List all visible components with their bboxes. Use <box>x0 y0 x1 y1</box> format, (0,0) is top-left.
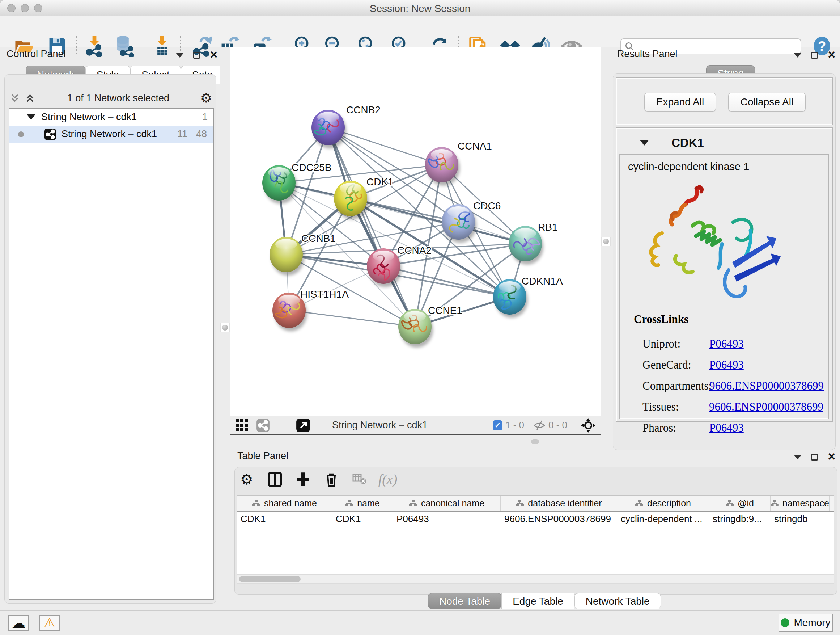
expand-all-button[interactable]: Expand All <box>644 93 716 111</box>
node-label-CDK1: CDK1 <box>366 176 393 187</box>
network-view-title: String Network – cdk1 <box>332 416 428 434</box>
main-toolbar: ? <box>0 16 840 47</box>
vertical-splitter[interactable] <box>601 47 611 436</box>
table-row[interactable]: CDK1CDK1P064939606.ENSP00000378699cyclin… <box>237 511 834 527</box>
splitter-grip[interactable] <box>220 323 230 333</box>
splitter-grip[interactable] <box>531 439 539 444</box>
close-panel-icon[interactable]: ✕ <box>827 51 836 59</box>
float-panel-icon[interactable] <box>193 52 200 59</box>
collapse-panel-icon[interactable] <box>794 53 802 57</box>
column-header-database-identifier[interactable]: database identifier <box>501 496 617 511</box>
network-options-gear-icon[interactable]: ⚙ <box>201 90 212 106</box>
network-row[interactable]: String Network – cdk1 11 48 <box>9 126 213 143</box>
crosslink-link[interactable]: P06493 <box>709 337 744 350</box>
crosslink-label: Compartments: <box>643 379 709 393</box>
toolbar-separator <box>574 418 574 432</box>
node-label-CCNB2: CCNB2 <box>346 104 381 116</box>
collapse-result-icon[interactable] <box>639 140 649 146</box>
network-node-CDC6[interactable] <box>442 204 477 243</box>
crosslinks-title: CrossLinks <box>634 313 688 326</box>
column-header-description[interactable]: description <box>617 496 709 511</box>
network-selection-status: 1 of 1 Network selected <box>36 93 201 104</box>
toolbar-separator <box>284 418 284 432</box>
cloud-button[interactable]: ☁ <box>8 615 29 631</box>
expand-all-icon[interactable] <box>24 92 36 104</box>
manage-columns-icon[interactable] <box>267 471 283 487</box>
crosslink-link[interactable]: P06493 <box>709 358 744 371</box>
column-type-icon <box>515 499 524 507</box>
close-panel-icon[interactable]: ✕ <box>827 453 836 461</box>
table-options-gear-icon[interactable]: ⚙ <box>239 471 255 487</box>
tab-node-table[interactable]: Node Table <box>428 593 501 609</box>
table-cell: CDK1 <box>237 511 332 527</box>
splitter-grip[interactable] <box>601 237 611 246</box>
network-collection-row[interactable]: String Network – cdk1 1 <box>9 109 213 126</box>
import-network-from-database-icon[interactable] <box>114 35 135 57</box>
tab-edge-table[interactable]: Edge Table <box>501 593 575 609</box>
node-label-CCNA1: CCNA1 <box>458 141 492 152</box>
float-panel-icon[interactable] <box>811 52 818 59</box>
collapse-all-button[interactable]: Collapse All <box>728 93 806 111</box>
hidden-eye-icon: 0 - 0 <box>533 416 567 434</box>
warning-button[interactable]: ⚠ <box>39 615 60 631</box>
selected-checkbox[interactable]: ✓1 - 0 <box>493 416 524 434</box>
expand-collection-icon[interactable] <box>27 114 35 120</box>
expand-collapse-box: Expand All Collapse All <box>616 78 833 125</box>
column-type-icon <box>635 499 644 507</box>
vertical-splitter[interactable] <box>220 47 230 610</box>
column-header-shared-name[interactable]: shared name <box>237 496 332 511</box>
protein-detail-box: cyclin-dependent kinase 1 <box>619 154 829 419</box>
network-list: String Network – cdk1 1 String Network –… <box>9 108 214 600</box>
birds-eye-view-icon[interactable] <box>580 416 596 434</box>
window-title: Session: New Session <box>0 3 840 14</box>
delete-table-icon[interactable] <box>352 471 368 487</box>
node-label-HIST1H1A: HIST1H1A <box>300 288 349 300</box>
application-window: Session: New Session <box>0 0 840 635</box>
column-header-canonical-name[interactable]: canonical name <box>393 496 501 511</box>
add-column-icon[interactable] <box>295 471 311 487</box>
protein-name: CDK1 <box>671 136 704 150</box>
tab-network-table[interactable]: Network Table <box>575 593 661 609</box>
table-tabs: Node TableEdge TableNetwork Table <box>428 593 661 609</box>
collapse-panel-icon[interactable] <box>794 455 802 459</box>
network-node-CCNA1[interactable] <box>425 147 460 186</box>
protein-structure-image <box>642 179 786 309</box>
table-cell: CDK1 <box>332 511 393 527</box>
grid-view-icon[interactable] <box>236 416 248 434</box>
import-table-from-file-icon[interactable] <box>151 35 173 57</box>
collapse-all-icon[interactable] <box>9 92 21 104</box>
table-horizontal-scrollbar[interactable] <box>237 574 834 584</box>
network-node-CCNB2[interactable] <box>311 110 346 149</box>
delete-column-icon[interactable] <box>324 471 339 487</box>
node-label-CDC6: CDC6 <box>473 200 501 211</box>
table-panel-title: Table Panel <box>237 450 288 462</box>
collapse-panel-icon[interactable] <box>176 53 184 57</box>
close-panel-icon[interactable]: ✕ <box>210 51 218 59</box>
scrollbar-thumb[interactable] <box>239 576 301 582</box>
network-node-CDK1[interactable] <box>334 181 369 219</box>
crosslink-link[interactable]: 9606.ENSP00000378699 <box>709 379 824 393</box>
network-overview-icon[interactable] <box>256 416 270 434</box>
warning-icon: ⚠ <box>44 616 55 631</box>
table-cell: P06493 <box>393 511 501 527</box>
control-panel-title: Control Panel <box>6 49 66 60</box>
table-cell: stringdb <box>771 511 829 527</box>
column-header-namespace[interactable]: namespace <box>771 496 829 511</box>
column-header-@id[interactable]: @id <box>709 496 771 511</box>
memory-button[interactable]: Memory <box>778 614 833 632</box>
crosslink-link[interactable]: 9606.ENSP00000378699 <box>709 401 823 413</box>
float-panel-icon[interactable] <box>811 454 818 461</box>
crosslink-link[interactable]: P06493 <box>709 421 744 434</box>
table-cell: stringdb:9... <box>709 511 771 527</box>
network-node-count: 11 <box>177 128 187 140</box>
import-network-from-file-icon[interactable] <box>84 35 105 57</box>
hidden-counts: 0 - 0 <box>548 420 567 431</box>
network-edge[interactable] <box>289 310 415 326</box>
network-canvas[interactable]: CCNB2CCNA1CDC25BCDK1CDC6RB1CCNB1CCNA2CDK… <box>230 47 601 416</box>
crosslink-row: Pharos:P06493 <box>643 421 823 434</box>
detach-view-icon[interactable] <box>296 416 310 434</box>
title-bar: Session: New Session <box>0 0 840 16</box>
column-header-name[interactable]: name <box>332 496 393 511</box>
network-edge[interactable] <box>384 266 510 297</box>
function-builder-icon[interactable]: f(x) <box>380 471 396 487</box>
